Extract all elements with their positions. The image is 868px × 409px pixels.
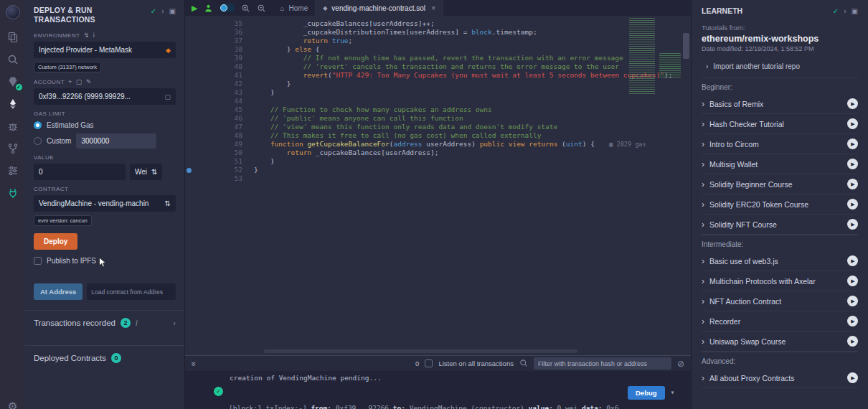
import-tutorial-link[interactable]: › Import another tutorial repo [702, 60, 858, 77]
copy-icon[interactable]: ▢ [164, 93, 171, 100]
tutorial-item[interactable]: ›Basic use of web3.js▶ [702, 251, 858, 271]
play-tutorial-icon[interactable]: ▶ [847, 296, 858, 306]
value-unit-select[interactable]: Wei ⇅ [130, 164, 162, 180]
breakpoint-gutter[interactable] [185, 149, 192, 157]
tutorial-item[interactable]: ›Basics of Remix▶ [702, 94, 858, 114]
info-icon[interactable]: i [93, 32, 95, 39]
plugin-manager-icon[interactable] [5, 185, 21, 201]
breakpoint-gutter[interactable] [185, 88, 192, 97]
remix-logo-icon[interactable] [6, 5, 20, 19]
run-script-icon[interactable]: ▶ [192, 4, 197, 13]
breakpoint-gutter[interactable] [185, 140, 192, 149]
breakpoint-gutter[interactable] [185, 105, 192, 114]
breakpoint-gutter[interactable] [185, 19, 192, 28]
clear-console-icon[interactable]: ⊘ [677, 359, 684, 369]
expand-icon[interactable]: › [173, 319, 176, 327]
breakpoint-icon[interactable] [185, 166, 192, 174]
terminal-collapse-icon[interactable]: » [189, 361, 199, 366]
deploy-and-run-icon[interactable] [5, 96, 21, 112]
breakpoint-gutter[interactable] [185, 54, 192, 62]
at-address-input[interactable] [87, 283, 176, 300]
play-tutorial-icon[interactable]: ▶ [847, 336, 858, 347]
breakpoint-gutter[interactable] [185, 123, 192, 131]
code-editor[interactable]: 35 _cupcakeBalances[userAddress]++;36 _c… [185, 16, 691, 355]
transactions-recorded-row[interactable]: Transactions recorded 2 i › [34, 311, 176, 335]
info-icon[interactable]: i [136, 319, 138, 327]
custom-gas-radio[interactable] [34, 137, 42, 145]
transaction-log-row[interactable]: ✓ [block:1 txIndex:-] from: 0xf39...9226… [214, 385, 685, 409]
tutorial-item[interactable]: ›Solidity Beginner Course▶ [702, 174, 858, 194]
learneth-popout-icon[interactable]: ▣ [852, 7, 858, 15]
breakpoint-gutter[interactable] [185, 157, 192, 166]
play-tutorial-icon[interactable]: ▶ [847, 179, 858, 189]
deployed-contracts-row[interactable]: Deployed Contracts 0 [34, 346, 176, 370]
breakpoint-gutter[interactable] [185, 114, 192, 123]
breakpoint-gutter[interactable] [185, 37, 192, 45]
file-explorer-icon[interactable] [5, 29, 21, 45]
play-tutorial-icon[interactable]: ▶ [847, 276, 858, 286]
play-tutorial-icon[interactable]: ▶ [847, 98, 858, 109]
settings-gear-icon[interactable]: ⚙ [7, 400, 17, 409]
breakpoint-gutter[interactable] [185, 28, 192, 37]
tutorial-item[interactable]: ›Recorder▶ [702, 311, 858, 332]
estimated-gas-radio[interactable] [34, 121, 42, 129]
breakpoint-gutter[interactable] [185, 45, 192, 54]
horizontal-scrollbar[interactable] [264, 349, 577, 353]
ai-assistant-icon[interactable] [204, 4, 213, 13]
breakpoint-gutter[interactable] [185, 62, 192, 71]
vertical-scrollbar[interactable] [683, 33, 689, 59]
environment-select[interactable]: Injected Provider - MetaMask ◆ [34, 42, 176, 58]
tutorial-item[interactable]: ›Hash Checker Tutorial▶ [702, 114, 858, 134]
tab-vending-machine-contract[interactable]: ◆ vending-machine-contract.sol × [316, 0, 443, 16]
listen-transactions-checkbox[interactable] [425, 359, 433, 367]
git-icon[interactable] [5, 141, 21, 156]
play-tutorial-icon[interactable]: ▶ [847, 159, 858, 169]
play-tutorial-icon[interactable]: ▶ [847, 138, 858, 149]
copilot-toggle[interactable] [220, 4, 235, 12]
zoom-out-icon[interactable] [257, 4, 266, 13]
play-tutorial-icon[interactable]: ▶ [847, 255, 858, 266]
minimap[interactable] [629, 18, 655, 95]
publish-ipfs-checkbox[interactable] [34, 257, 42, 265]
close-tab-icon[interactable]: × [431, 4, 435, 12]
tutorial-item[interactable]: ›Intro to Circom▶ [702, 134, 858, 154]
deploy-button[interactable]: Deploy [34, 233, 77, 250]
at-address-button[interactable]: At Address [34, 283, 82, 300]
learneth-collapse-icon[interactable]: › [844, 7, 846, 15]
custom-gas-input[interactable] [76, 133, 156, 149]
settings-icon[interactable] [5, 163, 21, 179]
breakpoint-gutter[interactable] [185, 80, 192, 88]
tutorial-item[interactable]: ›Uniswap Swap Course▶ [702, 332, 858, 352]
terminal-filter-input[interactable] [534, 357, 671, 370]
tutorial-item[interactable]: ›Solidity ERC20 Token Course▶ [702, 194, 858, 215]
zoom-in-icon[interactable] [241, 4, 250, 13]
play-tutorial-icon[interactable]: ▶ [847, 118, 858, 129]
panel-popout-icon[interactable]: ▣ [169, 7, 176, 15]
breakpoint-gutter[interactable] [185, 97, 192, 105]
debugger-icon[interactable] [5, 118, 21, 134]
expand-tx-icon[interactable]: ▾ [671, 388, 675, 396]
fork-state-icon[interactable]: ↯ [84, 32, 90, 39]
debug-button[interactable]: Debug [628, 386, 665, 400]
solidity-compiler-icon[interactable]: ✓ [5, 74, 21, 90]
sign-message-icon[interactable]: ✎ [86, 78, 92, 85]
value-input[interactable] [34, 164, 126, 180]
breakpoint-gutter[interactable] [185, 174, 192, 183]
add-account-icon[interactable]: + [68, 78, 72, 85]
tutorial-item[interactable]: ›Multichain Protocols with Axelar▶ [702, 271, 858, 291]
contract-select[interactable]: VendingMachine - vending-machin ⇅ [34, 195, 176, 212]
tab-home[interactable]: ⌂ Home [273, 0, 316, 16]
account-select[interactable]: 0xf39...92266 (9999.99929... ▢ [34, 88, 176, 105]
copy-account-icon[interactable]: ▢ [76, 78, 82, 85]
tutorial-item[interactable]: ›Multisig Wallet▶ [702, 154, 858, 174]
search-icon[interactable] [5, 52, 21, 67]
play-tutorial-icon[interactable]: ▶ [847, 199, 858, 210]
breakpoint-gutter[interactable] [185, 71, 192, 80]
panel-collapse-icon[interactable]: › [161, 7, 164, 15]
play-tutorial-icon[interactable]: ▶ [847, 219, 858, 230]
tutorial-item[interactable]: ›Solidity NFT Course▶ [702, 215, 858, 235]
tutorial-item[interactable]: ›NFT Auction Contract▶ [702, 291, 858, 311]
play-tutorial-icon[interactable]: ▶ [847, 316, 858, 326]
play-tutorial-icon[interactable]: ▶ [847, 372, 858, 383]
tutorial-item[interactable]: ›All about Proxy Contracts▶ [702, 368, 858, 388]
